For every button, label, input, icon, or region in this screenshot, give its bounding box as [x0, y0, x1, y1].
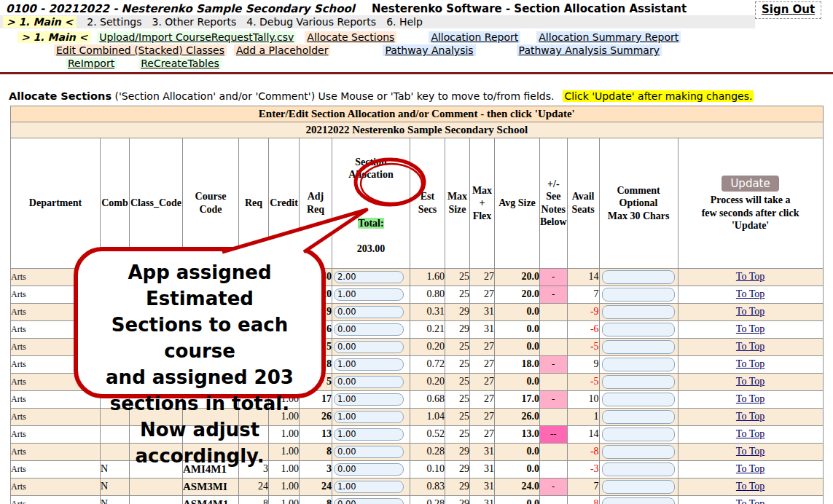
cell-avg-size: 17.0: [495, 390, 540, 408]
comment-input[interactable]: [602, 340, 675, 354]
submenu-link[interactable]: Add a Placeholder: [234, 44, 330, 56]
comment-input[interactable]: [602, 497, 675, 504]
cell-avg-size: 0.0: [495, 443, 540, 460]
cell-notes: --: [540, 425, 568, 443]
cell-department: Arts: [11, 425, 101, 443]
to-top-link[interactable]: To Top: [736, 498, 764, 504]
to-top-link[interactable]: To Top: [736, 376, 764, 387]
to-top-link[interactable]: To Top: [736, 446, 764, 457]
cell-max-size: 29: [445, 303, 470, 320]
cell-max-flex: 27: [470, 268, 495, 286]
to-top-link[interactable]: To Top: [736, 393, 764, 404]
comment-input[interactable]: [602, 445, 675, 459]
submenu-link[interactable]: ReCreateTables: [138, 58, 222, 69]
section-allocation-input[interactable]: [334, 481, 404, 493]
comment-input[interactable]: [602, 288, 675, 302]
comment-input[interactable]: [602, 410, 675, 424]
submenu-link[interactable]: Pathway Analysis Summary: [517, 44, 662, 56]
comment-input[interactable]: [602, 305, 675, 319]
comment-input[interactable]: [602, 462, 675, 476]
section-allocation-input[interactable]: [334, 446, 404, 458]
submenu-link[interactable]: Allocate Sections: [305, 31, 396, 43]
comment-input[interactable]: [602, 393, 675, 406]
section-allocation-input[interactable]: [334, 376, 404, 388]
cell-req: [239, 373, 269, 390]
cell-to-top: To Top: [678, 303, 823, 320]
cell-section-allocation: [332, 425, 410, 443]
menu-item[interactable]: 4. Debug Various Reports: [246, 16, 376, 28]
cell-avg-size: 0.0: [495, 338, 540, 355]
section-allocation-input[interactable]: [334, 498, 404, 504]
cell-department: Arts: [11, 443, 101, 460]
menu-item[interactable]: 3. Other Reports: [152, 16, 237, 28]
section-allocation-input[interactable]: [334, 271, 404, 283]
submenu-link[interactable]: Allocation Summary Report: [536, 31, 681, 43]
comment-input[interactable]: [602, 323, 675, 336]
section-allocation-input[interactable]: [334, 358, 404, 371]
submenu-row-2: Edit Combined (Stacked) ClassesAdd a Pla…: [54, 44, 662, 57]
comment-input[interactable]: [602, 480, 675, 494]
cell-to-top: To Top: [678, 443, 823, 460]
cell-notes: -: [540, 478, 568, 495]
submenu-link[interactable]: Upload/Import CourseRequestTally.csv: [97, 31, 296, 43]
cell-adj-req: 5: [300, 338, 332, 355]
menu-item[interactable]: 6. Help: [386, 16, 423, 28]
cell-adj-req: 9: [300, 303, 332, 320]
table-row: Arts1.0060.2129310.0-6To Top: [11, 320, 824, 338]
section-allocation-input[interactable]: [334, 323, 404, 336]
to-top-link[interactable]: To Top: [736, 341, 764, 352]
cell-max-flex: 27: [470, 373, 495, 390]
cell-req: 8: [239, 495, 269, 504]
comment-input[interactable]: [602, 358, 675, 371]
cell-adj-req: 3: [300, 460, 332, 478]
cell-comb: [101, 338, 130, 355]
to-top-link[interactable]: To Top: [736, 428, 764, 439]
to-top-link[interactable]: To Top: [736, 271, 764, 282]
to-top-link[interactable]: To Top: [736, 306, 764, 317]
cell-avg-size: 0.0: [495, 495, 540, 504]
cell-req: [239, 408, 269, 425]
comment-input[interactable]: [602, 270, 675, 284]
section-allocation-input[interactable]: [334, 428, 404, 441]
submenu-link[interactable]: Pathway Analysis: [383, 44, 475, 56]
to-top-link[interactable]: To Top: [736, 463, 764, 474]
update-button[interactable]: Update: [721, 176, 778, 192]
section-allocation-input[interactable]: [334, 411, 404, 423]
cell-est-secs: 0.20: [410, 338, 445, 355]
cell-credit: 1.00: [269, 320, 300, 338]
menu-item-main-active[interactable]: > 1. Main <: [3, 16, 77, 28]
cell-comb: N: [101, 303, 130, 320]
cell-avg-size: 20.0: [495, 286, 540, 303]
allocation-total: Total: 203.00: [332, 204, 410, 255]
submenu-row-1: > 1. Main < Upload/Import CourseRequestT…: [17, 31, 681, 44]
cell-max-flex: 31: [470, 320, 495, 338]
to-top-link[interactable]: To Top: [736, 481, 764, 492]
to-top-link[interactable]: To Top: [736, 358, 764, 369]
section-allocation-input[interactable]: [334, 341, 404, 353]
section-allocation-input[interactable]: [334, 288, 404, 301]
submenu-link[interactable]: Allocation Report: [429, 31, 520, 43]
to-top-link[interactable]: To Top: [736, 411, 764, 422]
col-header-course-code: Course Code: [183, 138, 239, 269]
menu-item[interactable]: 2. Settings: [87, 16, 141, 28]
sign-out-link[interactable]: Sign Out: [755, 1, 821, 19]
cell-avail-seats: -8: [567, 495, 599, 504]
cell-max-flex: 27: [470, 408, 495, 425]
cell-est-secs: 0.21: [410, 320, 445, 338]
cell-department: Arts: [11, 390, 101, 408]
comment-input[interactable]: [602, 375, 675, 389]
section-allocation-input[interactable]: [334, 393, 404, 406]
submenu-main-active[interactable]: > 1. Main <: [17, 31, 91, 43]
cell-req: 40: [239, 268, 269, 286]
cell-department: Arts: [11, 478, 101, 495]
section-allocation-input[interactable]: [334, 463, 404, 476]
comment-input[interactable]: [602, 428, 675, 441]
cell-section-allocation: [332, 478, 410, 495]
to-top-link[interactable]: To Top: [736, 323, 764, 334]
section-allocation-input[interactable]: [334, 306, 404, 318]
submenu-link[interactable]: ReImport: [66, 58, 117, 69]
to-top-link[interactable]: To Top: [736, 288, 764, 299]
submenu-link[interactable]: Edit Combined (Stacked) Classes: [54, 44, 227, 56]
allocation-total-label: Total:: [358, 218, 383, 229]
cell-to-top: To Top: [678, 408, 823, 425]
